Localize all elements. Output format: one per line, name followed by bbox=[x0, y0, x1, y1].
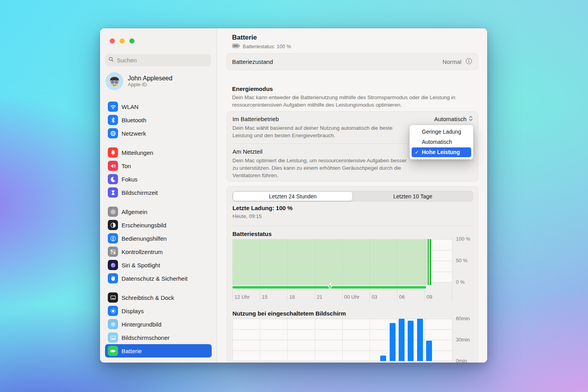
x-axis-label: 09 bbox=[426, 294, 432, 300]
sidebar-item-bluetooth[interactable]: Bluetooth bbox=[105, 113, 212, 127]
hand-icon bbox=[108, 273, 118, 283]
card-divider bbox=[232, 226, 473, 226]
sidebar-item-displays[interactable]: Displays bbox=[105, 304, 212, 318]
screensaver-icon bbox=[108, 332, 118, 343]
sidebar-item-bedienungshilfen[interactable]: Bedienungshilfen bbox=[105, 232, 212, 245]
on-power-label: Am Netzteil bbox=[232, 148, 263, 155]
y-axis-label: 100 % bbox=[456, 236, 470, 242]
battery-status-line: Batteriestatus: 100 % bbox=[232, 43, 291, 50]
sidebar: John Appleseed Apple-ID WLANBluetoothNet… bbox=[100, 28, 217, 363]
sidebar-item-label: Displays bbox=[122, 308, 144, 314]
last-charge-subtitle: Heute, 09:15 bbox=[232, 213, 261, 219]
avatar bbox=[105, 72, 123, 90]
battery-icon bbox=[232, 43, 240, 50]
search-field bbox=[105, 54, 211, 66]
x-axis-label: 18 bbox=[289, 294, 295, 300]
sidebar-item-label: Batterie bbox=[122, 348, 142, 354]
speaker-icon bbox=[108, 161, 118, 171]
x-axis-label: 06 bbox=[399, 294, 405, 300]
sidebar-item-allgemein[interactable]: Allgemein bbox=[105, 205, 212, 218]
sidebar-item-bildschirmschoner[interactable]: Bildschirmschoner bbox=[105, 331, 212, 344]
battery-health-label: Batteriezustand bbox=[232, 58, 443, 65]
usage-card: Letzten 24 StundenLetzten 10 Tage Letzte… bbox=[227, 186, 478, 363]
tab-letzten-24-stunden[interactable]: Letzten 24 Stunden bbox=[233, 191, 353, 201]
flower-icon bbox=[108, 319, 118, 329]
info-icon[interactable] bbox=[465, 57, 473, 67]
sidebar-item-label: Erscheinungsbild bbox=[122, 222, 166, 229]
charging-bolt-icon bbox=[327, 283, 333, 292]
usage-bar bbox=[399, 319, 405, 361]
energy-mode-menu: Geringe LadungAutomatisch✓Hohe Leistung bbox=[409, 125, 474, 160]
x-axis-label: 15 bbox=[262, 294, 267, 300]
minimize-button[interactable] bbox=[120, 38, 125, 44]
bell-icon bbox=[108, 147, 118, 158]
close-button[interactable] bbox=[110, 38, 115, 44]
battery-level-chart-title: Batteriestatus bbox=[232, 230, 272, 237]
sidebar-item-label: Allgemein bbox=[122, 209, 147, 215]
menu-item-hohe-leistung[interactable]: ✓Hohe Leistung bbox=[412, 147, 471, 157]
battery-icon bbox=[108, 346, 118, 356]
hourglass-icon bbox=[108, 187, 118, 198]
sidebar-item-datenschutz-sicherheit[interactable]: Datenschutz & Sicherheit bbox=[105, 272, 212, 285]
sidebar-item-label: Bedienungshilfen bbox=[122, 235, 167, 242]
sidebar-item-erscheinungsbild[interactable]: Erscheinungsbild bbox=[105, 218, 212, 232]
battery-event-spike bbox=[428, 239, 429, 285]
menu-item-automatisch[interactable]: Automatisch bbox=[412, 137, 471, 147]
sidebar-item-label: Hintergrundbild bbox=[122, 321, 162, 328]
energy-mode-heading: Energiemodus bbox=[232, 85, 273, 92]
control-center-icon bbox=[108, 247, 118, 257]
menu-item-label: Automatisch bbox=[422, 139, 452, 145]
sidebar-item-bildschirmzeit[interactable]: Bildschirmzeit bbox=[105, 186, 212, 199]
sidebar-item-label: Datenschutz & Sicherheit bbox=[122, 275, 187, 282]
gridline bbox=[397, 319, 397, 361]
sidebar-item-label: Bildschirmschoner bbox=[122, 334, 170, 341]
battery-level-area bbox=[232, 239, 427, 285]
sidebar-item-hintergrundbild[interactable]: Hintergrundbild bbox=[105, 318, 212, 331]
window-controls bbox=[100, 28, 217, 44]
x-axis-label: 12 Uhr bbox=[234, 294, 250, 300]
sidebar-item-label: Bildschirmzeit bbox=[122, 189, 158, 196]
menu-item-label: Hohe Leistung bbox=[422, 149, 460, 155]
sidebar-item-schreibtisch-dock[interactable]: Schreibtisch & Dock bbox=[105, 291, 212, 304]
last-charge-title: Letzte Ladung: 100 % bbox=[232, 205, 292, 211]
profile-row[interactable]: John Appleseed Apple-ID bbox=[105, 72, 172, 90]
y-axis-label: 0 % bbox=[456, 279, 465, 285]
menu-item-geringe-ladung[interactable]: Geringe Ladung bbox=[412, 127, 471, 137]
gridline bbox=[232, 239, 233, 301]
battery-event-spike bbox=[430, 239, 431, 285]
sidebar-item-ton[interactable]: Ton bbox=[105, 159, 212, 172]
sidebar-item-label: Netzwerk bbox=[122, 130, 146, 137]
gridline bbox=[315, 239, 315, 301]
on-battery-select-value: Automatisch bbox=[434, 116, 466, 122]
sidebar-item-label: Mitteilungen bbox=[122, 149, 153, 156]
screen-usage-chart: 60min30min0min bbox=[232, 319, 452, 361]
profile-name: John Appleseed bbox=[128, 75, 172, 82]
y-axis-label: 30min bbox=[456, 337, 470, 343]
battery-health-row: Batteriezustand Normal bbox=[227, 53, 478, 70]
sidebar-item-netzwerk[interactable]: Netzwerk bbox=[105, 127, 212, 140]
battery-status-text: Batteriestatus: 100 % bbox=[243, 44, 291, 49]
gridline bbox=[342, 319, 343, 361]
sidebar-item-fokus[interactable]: Fokus bbox=[105, 172, 212, 186]
battery-health-value: Normal bbox=[443, 58, 461, 65]
profile-subtitle: Apple-ID bbox=[128, 82, 172, 87]
checkmark-icon: ✓ bbox=[415, 147, 419, 157]
usage-bar bbox=[380, 356, 386, 361]
sidebar-item-mitteilungen[interactable]: Mitteilungen bbox=[105, 146, 212, 159]
sidebar-item-kontrollzentrum[interactable]: Kontrollzentrum bbox=[105, 245, 212, 258]
sidebar-item-label: Siri & Spotlight bbox=[122, 262, 160, 269]
on-battery-select[interactable]: Automatisch bbox=[434, 115, 473, 123]
gridline bbox=[342, 239, 343, 301]
sidebar-item-siri-spotlight[interactable]: Siri & Spotlight bbox=[105, 258, 212, 272]
gridline bbox=[425, 319, 425, 361]
usage-bar bbox=[417, 319, 423, 361]
zoom-button[interactable] bbox=[129, 38, 134, 44]
siri-icon bbox=[108, 260, 118, 270]
tab-letzten-10-tage[interactable]: Letzten 10 Tage bbox=[353, 191, 473, 201]
search-input[interactable] bbox=[116, 56, 208, 64]
sidebar-item-wlan[interactable]: WLAN bbox=[105, 100, 212, 113]
battery-pane: Batterie Batteriestatus: 100 % Batteriez… bbox=[217, 28, 487, 363]
x-axis-label: 21 bbox=[317, 294, 322, 300]
gridline bbox=[260, 319, 260, 361]
sidebar-item-batterie[interactable]: Batterie bbox=[105, 344, 212, 358]
